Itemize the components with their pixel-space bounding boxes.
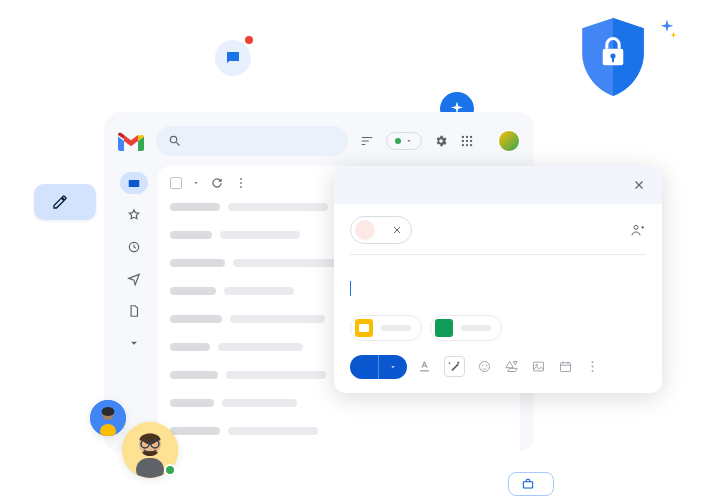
recipients-row xyxy=(350,216,646,255)
text-format-icon[interactable] xyxy=(417,359,432,374)
search-input[interactable] xyxy=(156,126,348,156)
attachment-name-placeholder xyxy=(381,325,411,331)
compose-button[interactable] xyxy=(34,184,96,220)
sidebar-drafts[interactable] xyxy=(120,300,148,322)
svg-point-9 xyxy=(462,144,464,146)
svg-point-8 xyxy=(470,140,472,142)
sidebar-starred[interactable] xyxy=(120,204,148,226)
send-options-dropdown[interactable] xyxy=(378,355,407,379)
compose-window xyxy=(334,166,662,393)
compose-footer xyxy=(350,355,646,379)
compose-header xyxy=(334,166,662,204)
briefcase-icon xyxy=(521,477,535,491)
svg-point-14 xyxy=(240,178,242,180)
svg-point-16 xyxy=(240,186,242,188)
text-cursor xyxy=(350,281,351,296)
svg-point-19 xyxy=(480,362,490,372)
svg-point-6 xyxy=(462,140,464,142)
close-button[interactable] xyxy=(632,178,646,192)
svg-rect-2 xyxy=(612,57,614,62)
search-icon xyxy=(168,134,182,148)
shield-icon xyxy=(580,18,646,96)
recipient-avatar xyxy=(355,220,375,240)
svg-point-4 xyxy=(466,136,468,138)
svg-point-17 xyxy=(634,225,638,229)
svg-point-5 xyxy=(470,136,472,138)
slides-icon xyxy=(355,319,373,337)
send-button[interactable] xyxy=(350,355,407,379)
svg-point-26 xyxy=(592,366,594,368)
chevron-down-icon[interactable] xyxy=(192,179,200,187)
send-label xyxy=(350,359,378,375)
sidebar-sent[interactable] xyxy=(120,268,148,290)
sparkle-icon xyxy=(656,18,678,40)
settings-icon[interactable] xyxy=(434,134,448,148)
svg-point-11 xyxy=(470,144,472,146)
gmail-logo-icon xyxy=(118,131,144,151)
sheets-icon xyxy=(435,319,453,337)
mail-row[interactable] xyxy=(170,424,508,438)
close-icon xyxy=(632,178,646,192)
select-all-checkbox[interactable] xyxy=(170,177,182,189)
svg-rect-28 xyxy=(523,482,532,488)
svg-rect-18 xyxy=(359,324,369,332)
contact-avatar-1 xyxy=(90,400,126,436)
svg-point-3 xyxy=(462,136,464,138)
svg-rect-12 xyxy=(129,180,140,187)
svg-point-20 xyxy=(482,365,483,366)
account-avatar[interactable] xyxy=(498,130,520,152)
pencil-icon xyxy=(52,194,68,210)
message-body[interactable] xyxy=(350,255,646,307)
attach-drive-icon[interactable] xyxy=(504,359,519,374)
sidebar-snoozed[interactable] xyxy=(120,236,148,258)
status-indicator[interactable] xyxy=(386,132,422,150)
apps-icon[interactable] xyxy=(460,134,474,148)
chat-bubble-icon xyxy=(215,40,251,76)
svg-rect-34 xyxy=(136,458,164,478)
tune-icon[interactable] xyxy=(360,134,374,148)
gmail-header xyxy=(118,122,520,160)
svg-point-25 xyxy=(592,361,594,363)
more-options-icon[interactable] xyxy=(585,359,600,374)
svg-point-21 xyxy=(486,365,487,366)
mail-row[interactable] xyxy=(170,396,508,410)
attachment-name-placeholder xyxy=(461,325,491,331)
add-recipients-icon[interactable] xyxy=(630,222,646,238)
insert-image-icon[interactable] xyxy=(531,359,546,374)
attachment-slides[interactable] xyxy=(350,315,422,341)
remove-recipient-button[interactable] xyxy=(391,224,403,236)
emoji-icon[interactable] xyxy=(477,359,492,374)
sidebar-inbox[interactable] xyxy=(120,172,148,194)
sidebar-more[interactable] xyxy=(120,332,148,354)
svg-point-10 xyxy=(466,144,468,146)
presence-indicator xyxy=(164,464,176,476)
refresh-icon[interactable] xyxy=(210,176,224,190)
svg-rect-22 xyxy=(534,362,544,371)
svg-point-7 xyxy=(466,140,468,142)
attachments-row xyxy=(350,307,646,355)
notification-dot xyxy=(245,36,253,44)
recipient-chip[interactable] xyxy=(350,216,412,244)
attachment-sheets[interactable] xyxy=(430,315,502,341)
formalize-chip[interactable] xyxy=(508,472,554,496)
svg-point-27 xyxy=(592,370,594,372)
more-icon[interactable] xyxy=(234,176,248,190)
schedule-icon[interactable] xyxy=(558,359,573,374)
svg-rect-24 xyxy=(561,363,571,372)
help-me-write-icon[interactable] xyxy=(444,356,465,377)
svg-point-15 xyxy=(240,182,242,184)
contact-avatar-2 xyxy=(122,422,178,478)
